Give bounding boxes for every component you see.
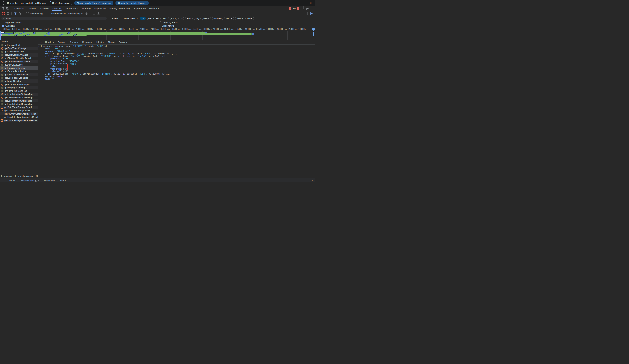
- export-har-icon[interactable]: [96, 11, 101, 15]
- detail-tab-headers[interactable]: Headers: [43, 40, 56, 44]
- tab-application[interactable]: Application: [92, 6, 108, 11]
- chip-fetch-xhr[interactable]: Fetch/XHR: [147, 17, 160, 20]
- search-icon[interactable]: [18, 11, 22, 15]
- disable-cache-checkbox[interactable]: Disable cache: [47, 12, 66, 15]
- chip-manifest[interactable]: Manifest: [212, 17, 223, 20]
- tab-lighthouse[interactable]: Lighthouse: [132, 6, 148, 11]
- request-row[interactable]: {}getJourneyDetailAnalysis: [0, 83, 38, 86]
- drawer-menu-icon[interactable]: ⋮: [0, 179, 5, 182]
- json-line[interactable]: provinceCode: "130000": [38, 60, 314, 62]
- overview-checkbox[interactable]: ✓ Overview: [2, 24, 15, 27]
- request-row[interactable]: <>getJourneyDetailAnalysisResult: [0, 112, 38, 116]
- chip-css[interactable]: CSS: [170, 17, 177, 20]
- json-line[interactable]: percent: "5.56": [38, 57, 314, 60]
- invert-checkbox[interactable]: Invert: [108, 17, 119, 20]
- request-row[interactable]: <>getDataTrendChangeResult: [0, 106, 38, 109]
- chip-font[interactable]: Font: [185, 17, 193, 20]
- chip-wasm[interactable]: Wasm: [235, 17, 244, 20]
- request-row[interactable]: {}getHighFreqSceneTop: [0, 89, 38, 93]
- filter-icon[interactable]: [13, 11, 17, 15]
- error-badge[interactable]: ✕ 203: [289, 6, 297, 11]
- request-row[interactable]: {}getDataSourceAnalysis: [0, 53, 38, 56]
- settings-gear-icon[interactable]: [305, 6, 309, 11]
- request-row[interactable]: {}getAgeDistribution: [0, 63, 38, 66]
- request-row[interactable]: <>getFocusSceneTopResult: [0, 109, 38, 112]
- tab-memory[interactable]: Memory: [80, 6, 92, 11]
- drawer-tab-ai-assistance[interactable]: AI assistance×: [18, 178, 41, 182]
- match-language-button[interactable]: Always match Chrome's language: [74, 1, 113, 5]
- close-drawer-tab-icon[interactable]: ×: [38, 179, 39, 182]
- tab-elements[interactable]: Elements: [12, 6, 26, 11]
- json-line[interactable]: success: true: [38, 75, 314, 78]
- filter-input[interactable]: Filter: [1, 17, 107, 20]
- json-line[interactable]: ▼result: [{provinceName: "河北省", province…: [38, 52, 314, 55]
- tab-privacy-and-security[interactable]: Privacy and security: [108, 6, 132, 11]
- chip-socket[interactable]: Socket: [224, 17, 234, 20]
- switch-to-chinese-button[interactable]: Switch DevTools to Chinese: [116, 1, 149, 5]
- drawer-tab-what-s-new[interactable]: What's new: [41, 178, 58, 182]
- request-row[interactable]: {}getUserIntentionOpinionTop: [0, 93, 38, 96]
- request-row[interactable]: <>getUserIntentionOpinionTopResult: [0, 116, 38, 119]
- request-row[interactable]: {}getDataTrendChange: [0, 47, 38, 50]
- network-conditions-icon[interactable]: [84, 11, 88, 15]
- request-row[interactable]: {}getUserIntentionOpinionTop: [0, 96, 38, 99]
- json-line[interactable]: ▼0: {provinceName: "河北省", provinceCode: …: [38, 55, 314, 57]
- group-by-frame-checkbox[interactable]: Group by frame: [158, 21, 177, 24]
- json-line[interactable]: tid: "": [38, 78, 314, 80]
- json-line[interactable]: code: "200": [38, 47, 314, 50]
- infobar-close-icon[interactable]: ×: [309, 1, 313, 4]
- close-detail-icon[interactable]: ×: [39, 40, 43, 44]
- request-row[interactable]: {}getUserIntentionOpinionTop: [0, 102, 38, 106]
- request-row[interactable]: {}getProductBrief: [0, 43, 38, 47]
- detail-tab-initiator[interactable]: Initiator: [94, 40, 106, 44]
- detail-tab-cookies[interactable]: Cookies: [117, 40, 129, 44]
- drawer-close-icon[interactable]: ×: [310, 179, 314, 182]
- chip-media[interactable]: Media: [202, 17, 211, 20]
- tab-console[interactable]: Console: [26, 6, 38, 11]
- device-toolbar-icon[interactable]: [5, 6, 10, 11]
- request-row[interactable]: {}getVoiceUserTop: [0, 79, 38, 83]
- more-options-icon[interactable]: ⋮: [309, 6, 314, 11]
- request-row[interactable]: {}getChannelMentionShare: [0, 60, 38, 63]
- inspect-element-icon[interactable]: [1, 6, 5, 11]
- request-row[interactable]: {}getFocusSceneTop: [0, 50, 38, 53]
- request-row[interactable]: <>getChannelNegativeTrendResult: [0, 119, 38, 122]
- network-overview-timeline[interactable]: 500 ms1,000 ms1,500 ms2,000 ms2,500 ms3,…: [0, 27, 314, 40]
- json-line[interactable]: valueMoM: null: [38, 68, 314, 70]
- request-row[interactable]: {}getUserTypeDistribution: [0, 73, 38, 76]
- dont-show-again-button[interactable]: Don't show again: [50, 1, 72, 5]
- tab-recorder[interactable]: Recorder: [148, 6, 161, 11]
- chip-doc[interactable]: Doc: [161, 17, 169, 20]
- drawer-tab-issues[interactable]: Issues: [58, 178, 69, 182]
- json-line[interactable]: ▼{success: true, message: "操作成功！", code:…: [38, 45, 314, 47]
- record-network-log-icon[interactable]: [1, 11, 5, 15]
- chip-all[interactable]: All: [140, 17, 146, 20]
- tab-sources[interactable]: Sources: [38, 6, 51, 11]
- detail-tab-response[interactable]: Response: [80, 40, 94, 44]
- preview-content[interactable]: ▼{success: true, message: "操作成功！", code:…: [38, 45, 314, 178]
- issues-badge[interactable]: ✕ 2: [297, 6, 302, 11]
- json-line[interactable]: value: 1: [38, 65, 314, 67]
- json-line[interactable]: ▶1: {provinceName: "安徽省", provinceCode: …: [38, 72, 314, 75]
- clear-network-log-icon[interactable]: [6, 11, 10, 15]
- request-row[interactable]: {}getUserIntentionOpinionTop: [0, 99, 38, 102]
- detail-tab-payload[interactable]: Payload: [56, 40, 68, 44]
- json-line[interactable]: provinceName: "河北省": [38, 62, 314, 65]
- more-filters-dropdown[interactable]: More filters ▼: [123, 17, 139, 20]
- chip-other[interactable]: Other: [246, 17, 254, 20]
- detail-tab-timing[interactable]: Timing: [106, 40, 117, 44]
- big-request-rows-checkbox[interactable]: Big request rows: [2, 21, 22, 24]
- tab-performance[interactable]: Performance: [63, 6, 80, 11]
- request-row[interactable]: {}getUserFocusSceneTop: [0, 76, 38, 79]
- name-column-header[interactable]: Name: [0, 40, 38, 43]
- screenshots-checkbox[interactable]: Screenshots: [158, 24, 174, 27]
- chip-img[interactable]: Img: [194, 17, 201, 20]
- request-row[interactable]: {}getGenderDistribution: [0, 70, 38, 73]
- request-row[interactable]: {}getRegionDistribution: [0, 66, 38, 70]
- drawer-tab-console[interactable]: Console: [5, 178, 18, 182]
- throttling-dropdown[interactable]: No throttling ▼: [67, 12, 84, 15]
- request-row[interactable]: {}getChannelNegativeTrend: [0, 56, 38, 60]
- request-row[interactable]: {}getSurgingSceneTop: [0, 86, 38, 89]
- json-line[interactable]: message: "操作成功！": [38, 50, 314, 52]
- tab-network[interactable]: Network: [51, 6, 63, 11]
